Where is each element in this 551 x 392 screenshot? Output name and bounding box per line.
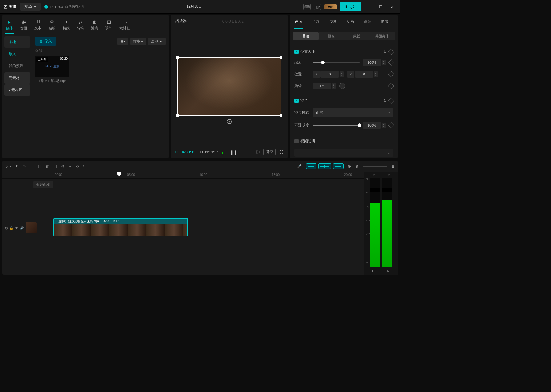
- tab-track[interactable]: 跟踪: [359, 15, 376, 29]
- checkbox-blend[interactable]: ✓: [294, 99, 299, 103]
- timeline-ruler[interactable]: 00:00 05:00 10:00 15:00 20:00: [2, 172, 364, 179]
- scale-keyframe[interactable]: [388, 59, 394, 66]
- collapse-hint[interactable]: 收起面板: [33, 181, 53, 188]
- pause-button[interactable]: ❚❚: [230, 150, 237, 155]
- zoom-slider[interactable]: [363, 166, 387, 167]
- tab-transition[interactable]: ⇄转场: [73, 17, 87, 34]
- magnet-1[interactable]: ▬▬: [306, 163, 316, 169]
- redo-button[interactable]: ↷: [23, 164, 26, 168]
- pos-y-spinner[interactable]: ▲▼: [374, 71, 378, 77]
- tab-media[interactable]: ▸媒体: [2, 17, 17, 34]
- tab-text[interactable]: TI文本: [31, 17, 45, 34]
- mute-icon[interactable]: 🔊: [20, 226, 24, 230]
- scale-slider[interactable]: [313, 62, 360, 63]
- subtab-basic[interactable]: 基础: [293, 32, 319, 40]
- fit-button[interactable]: 适应: [263, 149, 276, 155]
- playhead[interactable]: [119, 172, 119, 275]
- tab-audio[interactable]: ◉音频: [17, 17, 31, 34]
- sidebar-item-local[interactable]: 本地: [4, 36, 30, 48]
- tab-pack[interactable]: ▭素材包: [116, 17, 133, 34]
- resize-handle-tr[interactable]: [280, 56, 282, 59]
- maximize-button[interactable]: ☐: [376, 2, 385, 11]
- import-button[interactable]: ⊕导入: [35, 37, 56, 46]
- zoom-in-icon[interactable]: ⊕: [392, 164, 395, 168]
- eye-icon[interactable]: 👁: [15, 226, 18, 230]
- rotation-spinner[interactable]: ▲▼: [332, 83, 336, 89]
- preview-menu-icon[interactable]: ≡: [280, 18, 283, 24]
- audio-meter-icon[interactable]: [222, 150, 226, 154]
- menu-button[interactable]: 菜单 ▾: [20, 3, 41, 11]
- fullscreen-icon[interactable]: ⛶: [280, 150, 283, 154]
- view-toggle[interactable]: ▦▾: [117, 38, 128, 45]
- sidebar-item-preset[interactable]: 我的预设: [4, 60, 30, 72]
- resize-handle-bl[interactable]: [176, 114, 179, 117]
- rotation-indicator[interactable]: [339, 83, 345, 89]
- tab-adjust-props[interactable]: 调节: [376, 15, 393, 29]
- mirror-tool[interactable]: △: [69, 164, 71, 168]
- magnet-3[interactable]: ▬▬: [333, 163, 344, 169]
- rotation-keyframe[interactable]: [388, 83, 394, 89]
- pos-y-input[interactable]: [355, 71, 373, 78]
- sidebar-item-cloud[interactable]: 云素材: [4, 72, 30, 84]
- tab-adjust[interactable]: ⊞调节: [102, 17, 116, 34]
- scan-icon[interactable]: ⛶: [256, 150, 260, 154]
- zoom-out-icon[interactable]: ⊖: [355, 164, 358, 168]
- opacity-input[interactable]: [363, 122, 381, 129]
- export-button[interactable]: ⬆ 导出: [340, 2, 361, 11]
- timeline-tracks[interactable]: 00:00 05:00 10:00 15:00 20:00 收起面板 ▢ 🔒 👁…: [2, 172, 364, 275]
- select-tool[interactable]: ▷ ▾: [6, 164, 11, 168]
- subtab-mask[interactable]: 蒙版: [344, 32, 369, 40]
- opacity-spinner[interactable]: ▲▼: [382, 123, 386, 128]
- tab-picture[interactable]: 画面: [290, 15, 307, 29]
- sidebar-item-import[interactable]: 导入: [4, 48, 30, 60]
- lock-icon[interactable]: 🔒: [10, 226, 13, 230]
- tab-filter[interactable]: ◐滤镜: [87, 17, 102, 34]
- rotate-handle[interactable]: ⟳: [227, 119, 232, 124]
- align-icon[interactable]: ⊕: [348, 164, 351, 168]
- track-toggle-icon[interactable]: ▢: [5, 226, 8, 230]
- layout-icon[interactable]: ▥▾: [314, 4, 321, 10]
- blend-reset-icon[interactable]: ↻: [384, 99, 387, 103]
- checkbox-stabilize[interactable]: [294, 139, 299, 143]
- mic-icon[interactable]: 🎤: [297, 164, 302, 168]
- subtab-beauty[interactable]: 美颜美体: [369, 32, 395, 40]
- scale-spinner[interactable]: ▲▼: [382, 60, 386, 65]
- tab-audio-props[interactable]: 音频: [307, 15, 324, 29]
- crop2-tool[interactable]: ⬚: [83, 164, 86, 168]
- scale-input[interactable]: [363, 59, 381, 66]
- close-button[interactable]: ✕: [388, 2, 396, 11]
- blend-mode-select[interactable]: 正常⌄: [313, 108, 393, 117]
- vip-badge[interactable]: VIP: [324, 4, 337, 9]
- media-clip[interactable]: 已添加 09:20 bilibili 游戏 《原神》须..场.mp4: [35, 56, 69, 83]
- tab-animation[interactable]: 动画: [342, 15, 359, 29]
- crop-tool[interactable]: ◫: [54, 164, 57, 168]
- timeline-clip[interactable]: 《原神》须尔交响音乐现场.mp4 00:09:19:17: [53, 218, 188, 236]
- resize-handle-tl[interactable]: [176, 56, 179, 59]
- shortcut-icon[interactable]: ⌨: [303, 4, 311, 10]
- keyframe-icon[interactable]: [388, 49, 394, 55]
- pos-x-spinner[interactable]: ▲▼: [340, 71, 344, 77]
- opacity-keyframe[interactable]: [388, 122, 394, 128]
- tab-sticker[interactable]: ☺贴纸: [45, 17, 59, 34]
- pos-x-input[interactable]: [320, 71, 339, 78]
- sidebar-item-library[interactable]: ▸ 素材库: [4, 84, 30, 96]
- position-keyframe[interactable]: [388, 71, 394, 77]
- tab-effects[interactable]: ✦特效: [59, 17, 73, 34]
- reset-icon[interactable]: ↻: [384, 50, 387, 54]
- rotate-tool[interactable]: ⟲: [76, 164, 79, 168]
- blend-keyframe-icon[interactable]: [388, 98, 394, 104]
- sort-button[interactable]: 排序 ≡: [130, 38, 146, 45]
- video-preview[interactable]: ⟳: [177, 57, 281, 116]
- minimize-button[interactable]: —: [364, 2, 373, 11]
- magnet-2[interactable]: ▬◆▬: [318, 163, 331, 169]
- speed-tool[interactable]: ◷: [61, 164, 64, 168]
- tab-speed[interactable]: 变速: [324, 15, 342, 29]
- filter-all-button[interactable]: 全部 ⏷: [148, 38, 166, 45]
- subtab-matting[interactable]: 抠像: [319, 32, 344, 40]
- delete-tool[interactable]: 🗑: [46, 164, 49, 168]
- undo-button[interactable]: ↶: [15, 164, 18, 168]
- rotation-input[interactable]: [313, 83, 331, 89]
- checkbox-position[interactable]: ✓: [294, 50, 299, 54]
- resize-handle-br[interactable]: [280, 114, 282, 117]
- split-tool[interactable]: ⟦⟧: [38, 164, 41, 168]
